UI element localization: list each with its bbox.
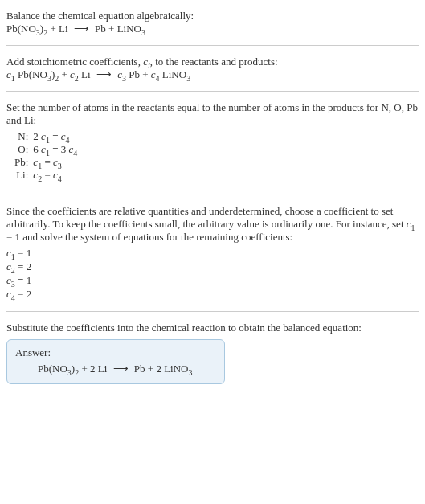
answer-equation: Pb(NO3)2 + 2 Li ⟶ Pb + 2 LiNO3 <box>15 363 216 375</box>
solved-coefficients: c1 = 1 c2 = 2 c3 = 1 c4 = 2 <box>6 247 419 301</box>
intro-text: Balance the chemical equation algebraica… <box>6 10 419 23</box>
eq-row-pb: Pb: c1 = c3 <box>14 156 77 169</box>
solved-c4: c4 = 2 <box>6 288 419 301</box>
step1-section: Add stoichiometric coefficients, ci, to … <box>6 52 419 84</box>
eq-label: N: <box>14 130 33 143</box>
step1-equation: c1 Pb(NO3)2 + c2 Li ⟶ c3 Pb + c4 LiNO3 <box>6 68 419 81</box>
divider <box>6 195 419 195</box>
solved-c1: c1 = 1 <box>6 247 419 260</box>
step4-section: Substitute the coefficients into the che… <box>6 318 419 387</box>
eq-value: c2 = c4 <box>33 169 77 182</box>
eq-row-li: Li: c2 = c4 <box>14 169 77 182</box>
divider <box>6 311 419 312</box>
step2-section: Set the number of atoms in the reactants… <box>6 98 419 188</box>
step1-text: Add stoichiometric coefficients, ci, to … <box>6 55 419 68</box>
intro-section: Balance the chemical equation algebraica… <box>6 6 419 39</box>
step3-text: Since the coefficients are relative quan… <box>6 205 419 244</box>
solved-c2: c2 = 2 <box>6 260 419 273</box>
step2-text: Set the number of atoms in the reactants… <box>6 101 419 127</box>
eq-label: Pb: <box>14 156 33 169</box>
eq-value: c1 = c3 <box>33 156 77 169</box>
eq-row-o: O: 6 c1 = 3 c4 <box>14 143 77 156</box>
divider <box>6 45 419 46</box>
eq-label: Li: <box>14 169 33 182</box>
atom-equations: N: 2 c1 = c4 O: 6 c1 = 3 c4 Pb: c1 = c3 … <box>14 130 77 182</box>
answer-box: Answer: Pb(NO3)2 + 2 Li ⟶ Pb + 2 LiNO3 <box>6 339 225 384</box>
eq-label: O: <box>14 143 33 156</box>
eq-value: 6 c1 = 3 c4 <box>33 143 77 156</box>
eq-row-n: N: 2 c1 = c4 <box>14 130 77 143</box>
eq-value: 2 c1 = c4 <box>33 130 77 143</box>
solved-c3: c3 = 1 <box>6 274 419 287</box>
step3-section: Since the coefficients are relative quan… <box>6 202 419 305</box>
answer-label: Answer: <box>15 346 216 359</box>
divider <box>6 91 419 92</box>
step4-text: Substitute the coefficients into the che… <box>6 322 419 334</box>
intro-equation: Pb(NO3)2 + Li ⟶ Pb + LiNO3 <box>6 23 419 35</box>
